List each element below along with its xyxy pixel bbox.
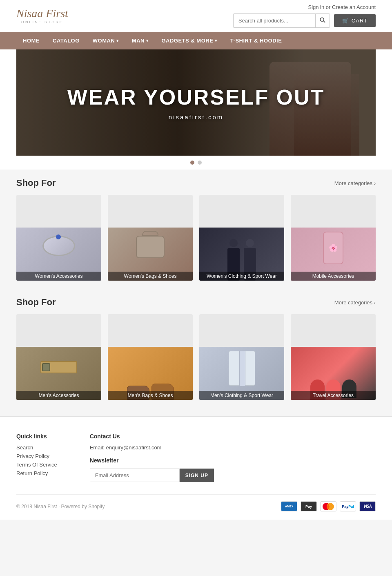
hero-section: WEAR YOURSELF OUT nisaafirst.com: [0, 49, 392, 170]
shop-for-men-section: Shop For More categories › Men's Accesso…: [0, 289, 392, 408]
category-card-travel[interactable]: Travel Accessories: [291, 314, 376, 400]
create-account-link[interactable]: Create an Account: [332, 4, 376, 10]
nav-item-tshirt[interactable]: T-SHIRT & HOODIE: [224, 32, 288, 49]
more-categories-men-link[interactable]: More categories ›: [334, 299, 376, 306]
cart-label: CART: [352, 18, 368, 24]
footer-link-return[interactable]: Return Policy: [16, 470, 57, 476]
contact-email: Email: enquiry@nisaafirst.com: [90, 444, 214, 451]
payment-icons: AMEX Pay PayPal VISA: [281, 501, 376, 511]
payment-icon-amex: AMEX: [281, 501, 297, 511]
contact-title: Contact Us: [90, 433, 214, 440]
category-label-mens-clothing: Men's Clothing & Sport Wear: [199, 391, 284, 400]
payment-icon-paypal: PayPal: [340, 501, 356, 511]
card-top: [199, 314, 284, 347]
card-top: [291, 195, 376, 228]
payment-icon-mastercard: [320, 501, 336, 511]
more-categories-women-link[interactable]: More categories ›: [334, 180, 376, 186]
category-label-bags: Women's Bags & Shoes: [108, 272, 193, 281]
chevron-down-icon: ▾: [215, 38, 217, 43]
sign-in-link[interactable]: Sign in: [308, 4, 324, 10]
cart-button[interactable]: 🛒 CART: [334, 14, 376, 27]
hero-dot-1[interactable]: [190, 161, 194, 165]
header: Nisaa First ONLINE STORE Sign in or Crea…: [0, 0, 392, 32]
shop-for-men-title: Shop For: [16, 297, 56, 308]
footer-bottom: © 2018 Nisaa First · Powered by Shopify …: [16, 494, 376, 511]
category-label-mens-accessories: Men's Accessories: [16, 391, 101, 400]
quick-links-title: Quick links: [16, 433, 57, 440]
card-top: [16, 314, 101, 347]
logo-text: Nisaa First: [16, 8, 68, 19]
newsletter-form: SIGN UP: [90, 469, 214, 482]
chevron-down-icon: ▾: [116, 38, 119, 43]
footer-copyright-text: © 2018 Nisaa First · Powered by Shopify: [16, 504, 105, 509]
footer-quick-links: Quick links Search Privacy Policy Terms …: [16, 433, 57, 482]
category-label-mobile: Mobile Accessories: [291, 272, 376, 281]
newsletter-title: Newsletter: [90, 457, 214, 464]
category-image-mens-accessories: Men's Accessories: [16, 347, 101, 400]
search-input[interactable]: [234, 14, 315, 27]
search-button[interactable]: [315, 14, 330, 27]
shop-for-women-header: Shop For More categories ›: [16, 178, 376, 188]
card-top: [16, 195, 101, 228]
footer-link-privacy[interactable]: Privacy Policy: [16, 453, 57, 459]
card-top: [108, 195, 193, 228]
category-image-travel: Travel Accessories: [291, 347, 376, 400]
category-card-mens-clothing[interactable]: Men's Clothing & Sport Wear: [199, 314, 284, 400]
footer: Quick links Search Privacy Policy Terms …: [0, 416, 392, 520]
footer-top: Quick links Search Privacy Policy Terms …: [16, 433, 376, 482]
category-card-womens-accessories[interactable]: Women's Accessories: [16, 195, 101, 281]
search-icon: [320, 17, 325, 23]
nav-item-man[interactable]: MAN ▾: [125, 32, 155, 49]
category-label-mens-bags: Men's Bags & Shoes: [108, 391, 193, 400]
category-card-mobile[interactable]: 🌸 Mobile Accessories: [291, 195, 376, 281]
women-categories-grid: Women's Accessories Women's Bags & Shoes: [16, 195, 376, 281]
chevron-down-icon: ▾: [146, 38, 149, 43]
category-card-mens-accessories[interactable]: Men's Accessories: [16, 314, 101, 400]
shop-for-women-title: Shop For: [16, 178, 56, 188]
hero-banner: WEAR YOURSELF OUT nisaafirst.com: [16, 49, 376, 156]
nav-item-gadgets[interactable]: GADGETS & MORE ▾: [155, 32, 223, 49]
hero-content: WEAR YOURSELF OUT nisaafirst.com: [16, 49, 376, 156]
nav-bar: HOME CATALOG WOMAN ▾ MAN ▾ GADGETS & MOR…: [0, 32, 392, 49]
newsletter-signup-button[interactable]: SIGN UP: [180, 469, 214, 482]
logo[interactable]: Nisaa First ONLINE STORE: [16, 8, 68, 24]
shop-for-men-header: Shop For More categories ›: [16, 297, 376, 308]
footer-link-search[interactable]: Search: [16, 444, 57, 451]
svg-point-0: [320, 18, 324, 21]
nav-item-catalog[interactable]: CATALOG: [46, 32, 86, 49]
category-label-clothing: Women's Clothing & Sport Wear: [199, 272, 284, 281]
nav-item-home[interactable]: HOME: [16, 32, 46, 49]
hero-subtitle: nisaafirst.com: [169, 114, 224, 121]
category-image-bags: Women's Bags & Shoes: [108, 228, 193, 281]
category-image-mens-clothing: Men's Clothing & Sport Wear: [199, 347, 284, 400]
newsletter-email-input[interactable]: [90, 469, 180, 482]
footer-contact-newsletter: Contact Us Email: enquiry@nisaafirst.com…: [90, 433, 214, 482]
payment-icon-visa: VISA: [359, 501, 376, 511]
hero-dots: [16, 156, 376, 170]
search-form: [233, 13, 330, 28]
footer-link-terms[interactable]: Terms Of Service: [16, 462, 57, 468]
category-card-womens-clothing[interactable]: Women's Clothing & Sport Wear: [199, 195, 284, 281]
header-auth: Sign in or Create an Account: [308, 4, 376, 10]
category-card-womens-bags[interactable]: Women's Bags & Shoes: [108, 195, 193, 281]
nav-item-woman[interactable]: WOMAN ▾: [86, 32, 125, 49]
cart-icon: 🛒: [342, 18, 349, 24]
header-right: Sign in or Create an Account 🛒 CART: [233, 4, 376, 28]
men-categories-grid: Men's Accessories Men's Bags & Shoes: [16, 314, 376, 400]
card-top: [108, 314, 193, 347]
category-label-accessories: Women's Accessories: [16, 272, 101, 281]
header-actions: 🛒 CART: [233, 13, 376, 28]
card-top: [199, 195, 284, 228]
category-image-mobile: 🌸 Mobile Accessories: [291, 228, 376, 281]
hero-title: WEAR YOURSELF OUT: [67, 85, 325, 109]
category-label-travel: Travel Accessories: [291, 391, 376, 400]
category-image-mens-bags: Men's Bags & Shoes: [108, 347, 193, 400]
powered-by-shopify-link[interactable]: Powered by Shopify: [61, 504, 105, 509]
payment-icon-apple: Pay: [301, 501, 317, 511]
category-card-mens-bags[interactable]: Men's Bags & Shoes: [108, 314, 193, 400]
card-top: [291, 314, 376, 347]
shop-for-women-section: Shop For More categories › Women's Acces…: [0, 170, 392, 289]
logo-tagline: ONLINE STORE: [16, 20, 68, 24]
auth-or: or: [326, 4, 331, 10]
hero-dot-2[interactable]: [198, 161, 202, 165]
